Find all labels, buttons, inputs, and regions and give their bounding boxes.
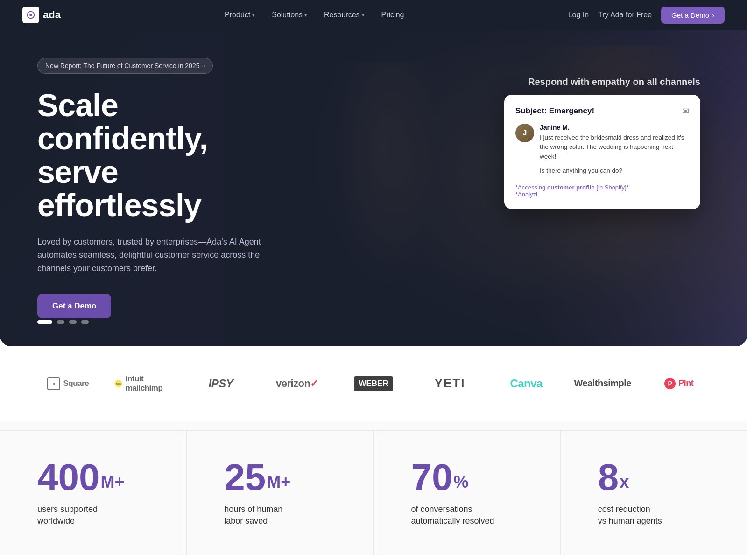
get-demo-button[interactable]: Get a Demo › (661, 7, 725, 24)
stat-conversations: 70 % of conversations automatically reso… (374, 431, 561, 555)
stat-users: 400 M+ users supported worldwide (0, 431, 187, 555)
stats-section: 400 M+ users supported worldwide 25 M+ h… (0, 421, 747, 555)
chat-question-text: Is there anything you can do? (540, 166, 689, 175)
logo-text: ada (43, 9, 61, 21)
nav-right: Log In Try Ada for Free Get a Demo › (568, 7, 725, 24)
logos-row: ▪ Square MC intuit mailchimp IPSY verizo… (37, 374, 710, 393)
chat-subject: Subject: Emergency! (515, 106, 594, 116)
nav-product[interactable]: Product ▾ (217, 7, 262, 23)
svg-point-0 (29, 14, 32, 16)
navigation: ada Product ▾ Solutions ▾ Resources ▾ Pr… (0, 0, 747, 30)
stat-hours: 25 M+ hours of human labor saved (187, 431, 374, 555)
avatar: J (515, 124, 534, 142)
nav-pricing[interactable]: Pricing (374, 7, 412, 23)
chat-message-text: I just received the bridesmaid dress and… (540, 133, 689, 161)
logo-mailchimp: MC intuit mailchimp (114, 374, 176, 393)
email-icon: ✉ (682, 106, 689, 116)
arrow-right-icon: › (712, 11, 714, 19)
chat-processing: *Accessing customer profile [in Shopify]… (515, 184, 689, 198)
square-icon: ▪ (47, 377, 60, 390)
hero-cta-button[interactable]: Get a Demo (37, 294, 111, 318)
stat-number-users: 400 M+ (37, 459, 168, 496)
hero-title: Scale confidently, serve effortlessly (37, 89, 289, 222)
logo-yeti: YETI (419, 376, 481, 391)
hero-content: New Report: The Future of Customer Servi… (0, 30, 327, 346)
stats-row: 400 M+ users supported worldwide 25 M+ h… (0, 430, 747, 555)
logo[interactable]: ada (22, 7, 61, 23)
hero-carousel-dots (37, 320, 89, 324)
login-link[interactable]: Log In (568, 11, 589, 19)
chat-sender-name: Janine M. (540, 124, 689, 131)
processing-line-1: *Accessing customer profile [in Shopify]… (515, 184, 689, 191)
stat-number-cost: 8 x (598, 459, 728, 496)
logo-pinterest: P Pint (648, 378, 710, 389)
nav-links: Product ▾ Solutions ▾ Resources ▾ Pricin… (217, 7, 411, 23)
hero-chat-heading: Respond with empathy on all channels (504, 77, 700, 87)
chevron-down-icon: ▾ (362, 12, 365, 18)
processing-line-2: *Analyzi (515, 191, 689, 198)
customer-profile-link[interactable]: customer profile (547, 184, 595, 191)
nav-solutions[interactable]: Solutions ▾ (264, 7, 315, 23)
stat-label-cost: cost reduction vs human agents (598, 504, 728, 527)
stat-label-users: users supported worldwide (37, 504, 168, 527)
hero-badge[interactable]: New Report: The Future of Customer Servi… (37, 58, 213, 74)
mailchimp-icon: MC (114, 378, 123, 389)
stat-label-hours: hours of human labor saved (224, 504, 354, 527)
logo-canva: Canva (495, 377, 557, 390)
dot-4[interactable] (81, 320, 89, 324)
hero-section: New Report: The Future of Customer Servi… (0, 30, 747, 346)
logo-square: ▪ Square (37, 377, 99, 390)
stat-number-hours: 25 M+ (224, 459, 354, 496)
stat-label-conversations: of conversations automatically resolved (411, 504, 542, 527)
logos-section: ▪ Square MC intuit mailchimp IPSY verizo… (0, 346, 747, 421)
chat-card: Subject: Emergency! ✉ J Janine M. I just… (504, 95, 700, 209)
dot-1[interactable] (37, 320, 52, 324)
pinterest-icon: P (664, 378, 676, 389)
try-free-link[interactable]: Try Ada for Free (598, 11, 652, 19)
chat-header: Subject: Emergency! ✉ (515, 106, 689, 116)
stat-cost: 8 x cost reduction vs human agents (561, 431, 747, 555)
chevron-down-icon: ▾ (304, 12, 307, 18)
dot-2[interactable] (57, 320, 64, 324)
logo-weber: WEBER (343, 376, 404, 391)
logo-verizon: verizon✓ (267, 378, 328, 390)
chat-body: Janine M. I just received the bridesmaid… (540, 124, 689, 175)
hero-subtitle: Loved by customers, trusted by enterpris… (37, 235, 289, 275)
hero-chat-area: Respond with empathy on all channels Sub… (504, 77, 700, 209)
stat-number-conversations: 70 % (411, 459, 542, 496)
logo-wealthsimple: Wealthsimple (572, 378, 634, 389)
chat-message: J Janine M. I just received the bridesma… (515, 124, 689, 175)
nav-resources[interactable]: Resources ▾ (317, 7, 372, 23)
arrow-right-icon: › (203, 63, 205, 69)
logo-icon (22, 7, 39, 23)
chevron-down-icon: ▾ (252, 12, 255, 18)
dot-3[interactable] (69, 320, 77, 324)
logo-ipsy: IPSY (190, 377, 252, 390)
svg-text:MC: MC (116, 382, 121, 386)
